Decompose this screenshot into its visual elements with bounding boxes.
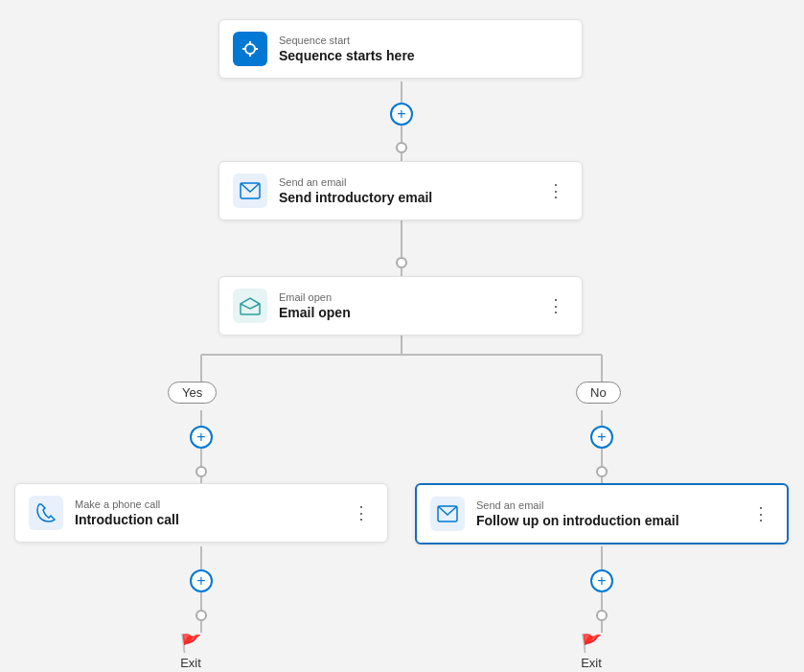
connector-dot-left-bottom (195, 610, 207, 621)
add-step-btn-1[interactable]: + (390, 103, 413, 126)
add-step-btn-right[interactable]: + (590, 426, 613, 449)
email-open-title: Email open (279, 305, 532, 320)
add-step-btn-left-bottom[interactable]: + (190, 569, 213, 592)
exit-left-icon: 🚩 (180, 633, 201, 654)
email-open-icon (240, 296, 261, 315)
email-2-icon-wrap (430, 497, 465, 531)
email-open-text: Email open Email open (279, 291, 532, 320)
add-step-btn-left[interactable]: + (190, 426, 213, 449)
exit-left-label: Exit (180, 656, 201, 670)
exit-right: 🚩 Exit (581, 633, 602, 670)
send-email-2-text: Send an email Follow up on introduction … (476, 499, 737, 528)
start-label: Sequence start (279, 35, 568, 46)
email-open-icon-wrap (233, 289, 267, 323)
exit-right-icon: 🚩 (581, 633, 602, 654)
no-branch-label[interactable]: No (576, 382, 621, 404)
connector-dot-right (596, 466, 608, 477)
exit-right-label: Exit (581, 656, 602, 670)
send-email-2-title: Follow up on introduction email (476, 513, 737, 528)
connector-dot-1 (396, 142, 407, 153)
send-email-1-more-btn[interactable]: ⋮ (543, 180, 568, 201)
email-open-label: Email open (279, 291, 532, 303)
phone-call-label: Make a phone call (75, 498, 337, 510)
start-node[interactable]: Sequence start Sequence starts here (218, 19, 583, 79)
phone-icon (36, 503, 56, 522)
email-open-node[interactable]: Email open Email open ⋮ (218, 276, 583, 336)
connector-lines (0, 0, 804, 672)
phone-call-more-btn[interactable]: ⋮ (349, 502, 374, 523)
send-email-1-title: Send introductory email (279, 190, 532, 205)
email-1-icon (240, 182, 261, 199)
start-text: Sequence start Sequence starts here (279, 35, 568, 63)
send-email-1-node[interactable]: Send an email Send introductory email ⋮ (218, 161, 583, 220)
email-open-more-btn[interactable]: ⋮ (543, 295, 568, 316)
phone-icon-wrap (29, 496, 63, 530)
email-2-icon (437, 505, 458, 522)
send-email-2-label: Send an email (476, 499, 737, 511)
email-1-icon-wrap (233, 174, 267, 208)
connector-dot-2 (396, 257, 407, 268)
exit-left: 🚩 Exit (180, 633, 201, 670)
connector-dot-right-bottom (596, 610, 608, 621)
plus-connector-1: + (390, 103, 413, 126)
send-email-2-more-btn[interactable]: ⋮ (748, 503, 773, 524)
start-icon-wrap (233, 32, 267, 66)
phone-call-node[interactable]: Make a phone call Introduction call ⋮ (14, 483, 388, 543)
svg-point-21 (245, 44, 255, 54)
add-step-btn-right-bottom[interactable]: + (590, 569, 613, 592)
start-title: Sequence starts here (279, 48, 568, 63)
send-email-1-label: Send an email (279, 176, 532, 188)
phone-call-title: Introduction call (75, 512, 337, 527)
workflow-canvas: Sequence start Sequence starts here + Se… (0, 0, 804, 672)
phone-call-text: Make a phone call Introduction call (75, 498, 337, 527)
yes-branch-label[interactable]: Yes (168, 382, 217, 404)
connector-dot-left (195, 466, 207, 477)
send-email-2-node[interactable]: Send an email Follow up on introduction … (415, 483, 789, 545)
start-icon (240, 38, 261, 59)
send-email-1-text: Send an email Send introductory email (279, 176, 532, 205)
